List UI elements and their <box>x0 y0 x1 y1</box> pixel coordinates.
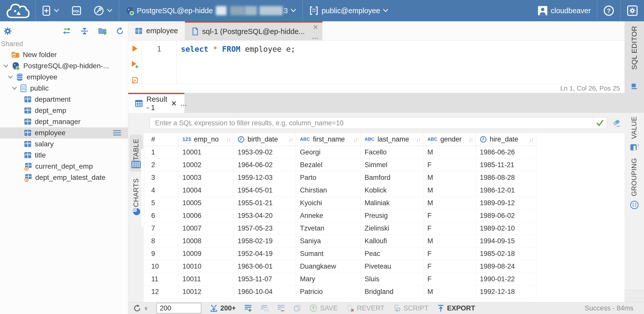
copy-button[interactable] <box>293 304 301 312</box>
data-cell[interactable]: Patricio <box>296 285 361 298</box>
sidebar-settings-button[interactable] <box>4 27 12 35</box>
data-cell[interactable]: Maliniak <box>361 197 423 209</box>
tree-item-postgresql-ep-hidden-[interactable]: PostgreSQL@ep-hidden-... <box>0 60 128 72</box>
execute-script-button[interactable] <box>131 76 139 84</box>
data-cell[interactable]: 10009 <box>178 247 234 260</box>
table-row[interactable]: 2100021964-06-02BezalelSimmelF1985-11-21 <box>144 159 536 171</box>
column-header-last_name[interactable]: ABClast_name↓↑ <box>361 133 423 146</box>
data-cell[interactable]: 1990-01-22 <box>476 273 536 285</box>
tree-item-salary[interactable]: salary <box>0 138 128 150</box>
data-cell[interactable]: Chirstian <box>296 184 361 197</box>
data-cell[interactable]: 1955-01-21 <box>234 197 296 209</box>
execute-query-button[interactable] <box>131 44 139 53</box>
tab-grouping-panel[interactable]: GROUPING <box>630 158 639 210</box>
data-cell[interactable]: 1953-09-02 <box>234 146 296 159</box>
close-tab-icon[interactable]: ✕ <box>171 99 177 108</box>
data-cell[interactable]: 1986-06-26 <box>476 146 536 159</box>
data-cell[interactable]: Bridgland <box>361 285 423 298</box>
refresh-results-button[interactable]: ∨ <box>133 304 148 312</box>
tools-button[interactable] <box>87 0 119 21</box>
data-cell[interactable]: 10002 <box>178 159 234 171</box>
data-cell[interactable]: 1958-02-19 <box>234 235 296 247</box>
data-cell[interactable]: Zielinski <box>361 222 423 235</box>
data-cell[interactable]: 1985-11-21 <box>476 159 536 171</box>
data-cell[interactable]: F <box>423 159 476 171</box>
data-cell[interactable]: 10006 <box>178 209 234 222</box>
data-cell[interactable]: Koblick <box>361 184 423 197</box>
revert-button[interactable]: REVERT <box>346 304 385 312</box>
row-limit-input[interactable] <box>156 303 201 313</box>
data-cell[interactable]: F <box>423 260 476 273</box>
row-menu-icon[interactable] <box>113 130 121 136</box>
sql-code-area[interactable]: select * FROM employee e; <box>177 41 624 84</box>
data-cell[interactable]: 10001 <box>178 146 234 159</box>
save-button[interactable]: SAVE <box>309 304 338 312</box>
tab-sql-editor[interactable]: sql-1 (PostgreSQL@ep-hidde... ✕ ... <box>185 21 323 40</box>
expand-chevron-icon[interactable] <box>11 85 18 92</box>
table-row[interactable]: 3100031959-12-03PartoBamfordM1986-08-28 <box>144 171 536 184</box>
collapse-all-button[interactable] <box>80 27 89 35</box>
table-row[interactable]: 1100011953-09-02GeorgiFacelloM1986-06-26 <box>144 146 536 159</box>
data-cell[interactable]: 10003 <box>178 171 234 184</box>
data-cell[interactable]: Preusig <box>361 209 423 222</box>
tree-item-employee[interactable]: employee <box>0 72 128 83</box>
tab-result-1[interactable]: Result - 1 ✕ ... <box>128 93 184 113</box>
link-editor-button[interactable] <box>62 27 71 35</box>
export-button[interactable]: EXPORT <box>437 304 475 312</box>
data-cell[interactable]: 1957-05-23 <box>234 222 296 235</box>
data-cell[interactable]: Kalloufi <box>361 235 423 247</box>
data-cell[interactable]: 1989-08-24 <box>476 260 536 273</box>
connection-selector[interactable]: PostgreSQL@ep-hidde 3 <box>119 0 302 21</box>
data-cell[interactable]: 1953-04-20 <box>234 209 296 222</box>
sort-icon[interactable]: ↓↑ <box>529 136 533 143</box>
table-row[interactable]: 12100121960-10-04PatricioBridglandM1992-… <box>144 285 536 298</box>
table-row[interactable]: 8100081958-02-19SaniyaKalloufiM1994-09-1… <box>144 235 536 247</box>
data-cell[interactable]: 10008 <box>178 235 234 247</box>
tab-sql-editor-panel[interactable]: SQL EDITOR <box>624 21 644 93</box>
data-cell[interactable]: 1952-04-19 <box>234 247 296 260</box>
data-cell[interactable]: 1964-06-02 <box>234 159 296 171</box>
data-cell[interactable]: 1985-02-18 <box>476 247 536 260</box>
execute-new-tab-button[interactable] <box>131 60 139 69</box>
data-cell[interactable]: Simmel <box>361 159 423 171</box>
tab-value-panel[interactable]: VALUE I <box>630 116 639 151</box>
settings-button[interactable] <box>621 0 644 21</box>
duplicate-row-button[interactable]: (+) <box>260 304 269 312</box>
data-cell[interactable]: Duangkaew <box>296 260 361 273</box>
user-menu[interactable]: cloudbeaver <box>531 0 597 21</box>
data-cell[interactable]: 10004 <box>178 184 234 197</box>
data-cell[interactable]: M <box>423 146 476 159</box>
tab-employee[interactable]: employee <box>128 21 185 40</box>
tab-overflow-icon[interactable]: ... <box>312 33 318 40</box>
data-cell[interactable]: 1994-09-15 <box>476 235 536 247</box>
data-cell[interactable]: 10012 <box>178 285 234 298</box>
data-cell[interactable]: Sluis <box>361 273 423 285</box>
data-cell[interactable]: 1986-12-01 <box>476 184 536 197</box>
data-cell[interactable]: F <box>423 273 476 285</box>
data-cell[interactable]: 1989-09-12 <box>476 197 536 209</box>
column-header-emp_no[interactable]: 123emp_no↓↑ <box>178 133 234 146</box>
data-cell[interactable]: M <box>423 285 476 298</box>
data-cell[interactable]: F <box>423 209 476 222</box>
tree-item-employee[interactable]: employee <box>0 127 128 138</box>
expand-chevron-icon[interactable] <box>7 74 14 80</box>
data-cell[interactable]: 1963-06-01 <box>234 260 296 273</box>
sort-icon[interactable]: ↓↑ <box>353 136 357 143</box>
schema-selector[interactable]: public@employee <box>303 0 395 21</box>
data-cell[interactable]: 1986-08-28 <box>476 171 536 184</box>
data-cell[interactable]: Parto <box>296 171 361 184</box>
data-cell[interactable]: Sumant <box>296 247 361 260</box>
data-cell[interactable]: Saniya <box>296 235 361 247</box>
data-cell[interactable]: 1960-10-04 <box>234 285 296 298</box>
tab-overflow-icon[interactable]: ... <box>181 99 187 108</box>
filter-input[interactable] <box>150 119 593 127</box>
tree-item-public[interactable]: public <box>0 83 128 94</box>
data-cell[interactable]: M <box>423 197 476 209</box>
table-row[interactable]: 7100071957-05-23TzvetanZielinskiF1989-02… <box>144 222 536 235</box>
data-cell[interactable]: 1954-05-01 <box>234 184 296 197</box>
data-cell[interactable]: F <box>423 247 476 260</box>
table-row[interactable]: 11100111953-11-07MarySluisF1990-01-22 <box>144 273 536 285</box>
data-cell[interactable]: 10011 <box>178 273 234 285</box>
column-header-gender[interactable]: ABCgender↓↑ <box>423 133 476 146</box>
table-row[interactable]: 5100051955-01-21KyoichiMaliniakM1989-09-… <box>144 197 536 209</box>
